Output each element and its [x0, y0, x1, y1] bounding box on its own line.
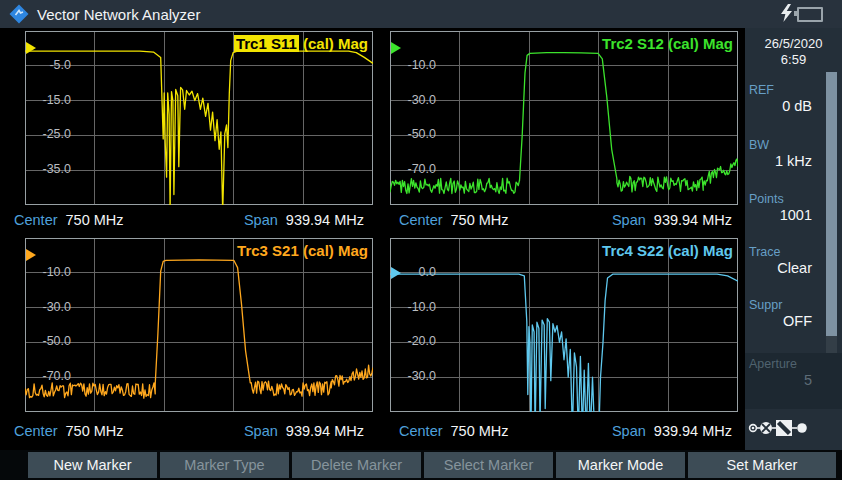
span-label: Span	[612, 212, 646, 228]
span-label: Span	[612, 423, 646, 439]
ref-level-marker	[26, 249, 36, 261]
plot-s22[interactable]: 0.0 -10.0 -20.0 -30.0 Trc4 S22 (cal) Mag	[390, 238, 738, 412]
center-value: 750 MHz	[451, 212, 509, 228]
softkey-bar: New Marker Marker Type Delete Marker Sel…	[0, 450, 842, 480]
param-ref[interactable]: REF 0 dB	[745, 83, 842, 114]
trace-label-trc1: Trc1 S11 (cal) Mag	[234, 35, 368, 52]
y-tick: -10.0	[392, 300, 436, 314]
center-label: Center	[399, 423, 443, 439]
param-trace[interactable]: Trace Clear	[745, 245, 842, 276]
param-suppr[interactable]: Suppr OFF	[745, 298, 842, 329]
param-bw[interactable]: BW 1 kHz	[745, 138, 842, 169]
ref-level-marker	[391, 42, 401, 54]
freq-info-q3: Center 750 MHz Span 939.94 MHz	[4, 418, 374, 444]
center-label: Center	[14, 423, 58, 439]
freq-info-q2: Center 750 MHz Span 939.94 MHz	[389, 207, 742, 233]
select-marker-button[interactable]: Select Marker	[424, 452, 553, 478]
y-tick: -30.0	[27, 300, 71, 314]
y-tick: -70.0	[27, 369, 71, 383]
vna-app-region: Vector Network Analyzer -5.0 -15.0 -25.0…	[0, 0, 842, 480]
time-text: 6:59	[745, 52, 842, 68]
trace-s12	[390, 31, 738, 205]
param-aperture: Aperture 5	[745, 353, 842, 409]
span-label: Span	[244, 212, 278, 228]
y-tick: -20.0	[392, 334, 436, 348]
span-value: 939.94 MHz	[654, 212, 732, 228]
battery-icon	[797, 7, 823, 22]
y-tick: -50.0	[392, 127, 436, 141]
y-tick: 0.0	[392, 265, 436, 279]
y-tick: -30.0	[392, 369, 436, 383]
title-bar: Vector Network Analyzer	[0, 0, 842, 28]
date-text: 26/5/2020	[745, 36, 842, 52]
y-tick: -5.0	[27, 58, 71, 72]
delete-marker-button[interactable]: Delete Marker	[292, 452, 421, 478]
span-value: 939.94 MHz	[286, 423, 364, 439]
datetime-display: 26/5/2020 6:59	[745, 28, 842, 68]
trace-s22	[390, 238, 738, 412]
plot-s21[interactable]: -10.0 -30.0 -50.0 -70.0 Trc3 S21 (cal) M…	[25, 238, 373, 412]
marker-mode-button[interactable]: Marker Mode	[556, 452, 685, 478]
y-tick: -10.0	[27, 265, 71, 279]
ref-level-marker	[26, 42, 36, 54]
port-configuration-icon	[748, 415, 810, 445]
span-value: 939.94 MHz	[654, 423, 732, 439]
trace-label-trc4: Trc4 S22 (cal) Mag	[602, 242, 733, 259]
y-tick: -30.0	[392, 93, 436, 107]
freq-info-q4: Center 750 MHz Span 939.94 MHz	[389, 418, 742, 444]
y-tick: -15.0	[27, 93, 71, 107]
center-label: Center	[14, 212, 58, 228]
param-points[interactable]: Points 1001	[745, 192, 842, 223]
set-marker-button[interactable]: Set Marker	[688, 452, 836, 478]
span-value: 939.94 MHz	[286, 212, 364, 228]
center-value: 750 MHz	[66, 212, 124, 228]
freq-info-q1: Center 750 MHz Span 939.94 MHz	[4, 207, 374, 233]
trace-label-trc3: Trc3 S21 (cal) Mag	[237, 242, 368, 259]
vna-screen: Vector Network Analyzer -5.0 -15.0 -25.0…	[0, 0, 853, 480]
trace-s11	[25, 31, 373, 205]
app-title: Vector Network Analyzer	[37, 6, 200, 23]
y-tick: -25.0	[27, 127, 71, 141]
center-value: 750 MHz	[66, 423, 124, 439]
parameter-sidebar: 26/5/2020 6:59 REF 0 dB BW 1 kHz Points …	[745, 28, 842, 450]
center-label: Center	[399, 212, 443, 228]
plot-s11[interactable]: -5.0 -15.0 -25.0 -35.0 Trc1 S11 (cal) Ma…	[25, 31, 373, 205]
plot-s12[interactable]: -10.0 -30.0 -50.0 -70.0 Trc2 S12 (cal) M…	[390, 31, 738, 205]
y-tick: -10.0	[392, 58, 436, 72]
new-marker-button[interactable]: New Marker	[28, 452, 157, 478]
trace-s21	[25, 238, 373, 412]
marker-type-button[interactable]: Marker Type	[160, 452, 289, 478]
y-tick: -35.0	[27, 162, 71, 176]
rs-logo-icon	[9, 4, 29, 24]
y-tick: -50.0	[27, 334, 71, 348]
center-value: 750 MHz	[451, 423, 509, 439]
trace-label-trc2: Trc2 S12 (cal) Mag	[602, 35, 733, 52]
y-tick: -70.0	[392, 162, 436, 176]
span-label: Span	[244, 423, 278, 439]
charging-icon	[780, 4, 793, 25]
